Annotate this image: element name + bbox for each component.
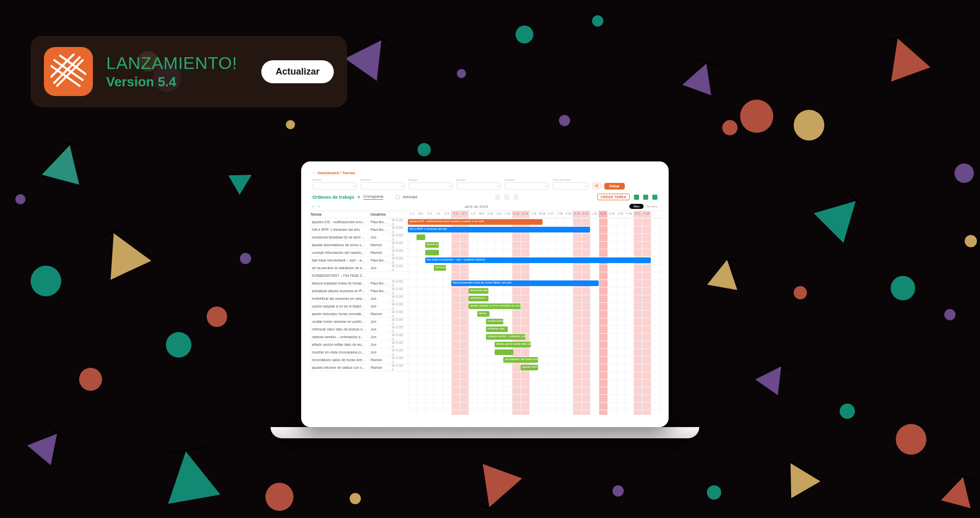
month-label: abril de 2024 (324, 204, 629, 209)
table-row[interactable]: recordatorio saldo de horas extra a cost… (308, 356, 408, 364)
filter-preset-button[interactable]: ⚙ (592, 182, 601, 190)
filter-type[interactable] (552, 182, 589, 190)
filter-button[interactable]: Filtrar (604, 183, 625, 190)
gantt-bar[interactable]: ocultar botón (486, 319, 503, 324)
table-row[interactable]: se ha perdido la validación de envío del… (308, 264, 408, 272)
table-row[interactable]: K2/00032074957 – FIN FASE 2 SEGU (308, 272, 408, 279)
launch-banner: LANZAMIENTO! Version 5.4 Actualizar (31, 36, 347, 107)
view-month-pill[interactable]: Mes (629, 204, 643, 209)
table-row[interactable]: fast track innudvbank – sprt – analizar … (308, 256, 408, 264)
gantt-bar[interactable]: cabeza cambio – ordenaci, jon (486, 334, 525, 340)
prev-month-button[interactable]: ‹ (312, 204, 314, 209)
gantt-bar[interactable]: refrescar valo (486, 326, 508, 332)
filter-date[interactable] (312, 182, 357, 190)
gantt-bar[interactable]: actualizar planes b. (469, 288, 488, 294)
print-icon[interactable] (643, 195, 648, 200)
gantt-bar[interactable]: redistribuir s. (469, 296, 488, 301)
view-icon-3[interactable] (513, 195, 519, 200)
gantt-bar[interactable]: opción asignar a mí en el listado de usu… (469, 303, 521, 309)
table-row[interactable]: ajuste redondeo horas normales menos c.R… (308, 310, 408, 318)
gantt-bar[interactable] (416, 234, 425, 240)
table-row[interactable]: opción asignar a mi en el listado de usu… (308, 302, 408, 310)
table-row[interactable]: refrescar valor dato de lectura del moda… (308, 325, 408, 333)
create-task-button[interactable]: CREAR TAREA (597, 194, 630, 200)
table-row[interactable]: ajustes iOS - notificaciones error usuar… (308, 218, 408, 226)
banner-subtitle: Version 5.4 (106, 74, 248, 90)
gantt-timeline[interactable]: L 1M 2X 3J 4V 5S 6D 7L 8M 9X 10J 11V 12S… (408, 211, 662, 415)
table-row[interactable]: ajustar automatismo de envío valmet – E.… (308, 241, 408, 249)
table-row[interactable]: añadir opción editar dato de lectura des… (308, 341, 408, 348)
gantt-chart: Tareas Usuarios ajustes iOS - notificaci… (308, 210, 662, 415)
table-row[interactable]: IVA e IRPF 1 trimestre del añoPaul-Ikoni… (308, 226, 408, 233)
view-week-pill[interactable]: Semana (646, 205, 657, 208)
gantt-bar[interactable]: ajuste (477, 311, 489, 317)
gantt-bar[interactable]: fast track innudvbank – sprt – analizar … (425, 257, 651, 263)
filter-bar: Fecha Servicio Equipo Estado Usuario Tip… (308, 177, 662, 193)
col-tasks: Tareas (308, 211, 368, 218)
tab-cronograma[interactable]: Cronograma (363, 195, 383, 200)
table-row[interactable]: cabeza cambio – ordenación por fecha c.J… (308, 333, 408, 341)
table-row[interactable]: actualizar planes business al IPC 2024Pa… (308, 287, 408, 295)
table-row[interactable]: factura luzpelan bolsa de horas hablar c… (308, 279, 408, 287)
gantt-bar[interactable]: añadir opción editar dato de lectur (495, 342, 531, 347)
activity-label: Actividad (403, 195, 417, 199)
section-title: Ordenes de trabajo (312, 195, 354, 200)
gantt-bar[interactable]: IVA e IRPF 1 trimestre del año (408, 227, 590, 232)
upload-icon[interactable] (652, 195, 657, 200)
activity-checkbox[interactable] (396, 195, 400, 199)
gantt-bar[interactable]: ajustes infor (521, 365, 538, 370)
breadcrumb[interactable]: ← Dashboard / Tareas (308, 169, 662, 177)
col-users: Usuarios (368, 211, 389, 218)
filter-status[interactable] (456, 182, 501, 190)
gantt-bar[interactable]: factura luzpelan bolsa de horas hablar c… (451, 280, 599, 286)
view-icon-2[interactable] (504, 195, 509, 200)
gantt-bar[interactable]: ajustes iOS - notificaciones error usuar… (408, 219, 543, 225)
table-row[interactable]: ocultar botón reenviar en public – corre… (308, 318, 408, 325)
banner-title: LANZAMIENTO! (106, 53, 248, 73)
view-icon-1[interactable] (495, 195, 500, 200)
next-month-button[interactable]: › (318, 204, 320, 209)
filter-user[interactable] (504, 182, 549, 190)
laptop-mockup: ← Dashboard / Tareas Fecha Servicio Equi… (301, 161, 669, 446)
gantt-bar[interactable]: ajustar autom. (425, 242, 439, 248)
update-button[interactable]: Actualizar (261, 60, 334, 83)
filter-team[interactable] (408, 182, 453, 190)
filter-service[interactable] (360, 182, 405, 190)
table-row[interactable]: incidencia iticketbai 02 de abril de 202… (308, 233, 408, 241)
export-icon[interactable] (634, 195, 639, 200)
table-row[interactable]: mostrar en vista cronograma (ordenes d)J… (308, 348, 408, 356)
gantt-bar[interactable]: recordatorio del horas extras (503, 357, 538, 363)
gantt-bar[interactable]: se ha perdido (434, 265, 446, 271)
table-row[interactable]: corregir información del reparto vt en l… (308, 249, 408, 256)
gantt-sidebar: Tareas Usuarios ajustes iOS - notificaci… (308, 211, 408, 415)
table-row[interactable]: redistribuir las sesiones en carpetasJon… (308, 295, 408, 302)
col-hours (389, 211, 408, 218)
table-row[interactable]: ajustes informe de saldos con saldos ica… (308, 364, 408, 371)
app-logo (44, 47, 93, 96)
app-screenshot: ← Dashboard / Tareas Fecha Servicio Equi… (308, 169, 662, 420)
gantt-bar[interactable] (495, 349, 513, 355)
gantt-bar[interactable] (425, 250, 439, 255)
